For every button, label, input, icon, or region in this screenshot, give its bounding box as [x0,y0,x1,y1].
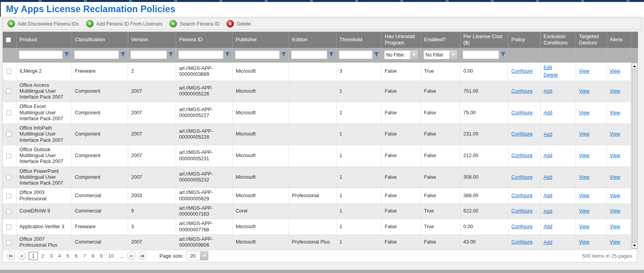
edition-filter-input[interactable] [291,51,327,59]
filter-funnel-icon[interactable] [281,51,286,59]
page-number-7[interactable]: 7 [80,252,88,260]
classification-filter-input[interactable] [74,51,119,59]
page-number-4[interactable]: 4 [55,252,64,260]
column-header-enabled[interactable]: Enabled? [421,32,460,48]
filter-funnel-icon[interactable] [120,51,125,59]
row-checkbox[interactable] [6,110,11,115]
page-number-6[interactable]: 6 [72,252,80,260]
view-alerts-link[interactable]: View [610,239,620,245]
view-targeted-devices-link[interactable]: View [579,239,590,245]
exclusion-add-link[interactable]: Add [544,208,572,215]
configure-policy-link[interactable]: Configure [512,153,533,159]
configure-policy-link[interactable]: Configure [512,88,533,94]
scroll-down-button[interactable] [632,242,638,249]
row-checkbox[interactable] [6,240,11,245]
view-targeted-devices-link[interactable]: View [579,208,590,214]
view-alerts-link[interactable]: View [610,193,620,199]
page-number-10[interactable]: 10 [105,252,116,260]
scroll-up-button[interactable] [632,63,638,69]
view-alerts-link[interactable]: View [610,153,620,159]
page-number-2[interactable]: 2 [39,252,47,260]
view-targeted-devices-link[interactable]: View [579,153,590,159]
view-alerts-link[interactable]: View [610,88,620,94]
column-header-classification[interactable]: Classification [72,32,128,48]
filter-funnel-icon[interactable] [168,51,173,59]
version-filter-input[interactable] [131,51,167,59]
configure-policy-link[interactable]: Configure [512,193,533,199]
filter-select-dropdown-button[interactable] [410,51,418,59]
column-header-alerts[interactable]: Alerts [606,32,631,48]
row-checkbox[interactable] [6,132,11,137]
add-flexera-id-from-licenses-button[interactable]: +Add Flexera ID From Licenses [85,20,168,27]
filter-funnel-icon[interactable] [500,51,506,59]
column-header-publisher[interactable]: Publisher [232,32,289,48]
column-header-threshold[interactable]: Threshold [336,32,381,48]
vertical-scrollbar[interactable] [631,62,638,249]
filter-funnel-icon[interactable] [374,51,379,59]
filter-select-dropdown-button[interactable] [449,51,457,59]
row-checkbox[interactable] [6,224,11,229]
column-header-edition[interactable]: Edition [289,32,336,48]
exclusion-add-link[interactable]: Add [544,131,572,138]
view-targeted-devices-link[interactable]: View [579,88,590,94]
view-targeted-devices-link[interactable]: View [579,224,590,230]
page-number-9[interactable]: 9 [97,252,105,260]
search-flexera-id-button[interactable]: +Search Flexera ID [168,20,225,27]
scrollbar-thumb[interactable] [632,70,638,242]
view-alerts-link[interactable]: View [610,68,620,74]
view-alerts-link[interactable]: View [610,110,620,116]
column-header-targeted-devices[interactable]: Targeted Devices [576,32,606,48]
view-targeted-devices-link[interactable]: View [579,174,590,180]
row-checkbox[interactable] [6,209,11,214]
page-number-1[interactable]: 1 [29,252,38,260]
per-license-cost-filter-input[interactable] [463,51,499,59]
view-alerts-link[interactable]: View [610,131,620,137]
exclusion-add-link[interactable]: Add [544,192,572,200]
product-filter-input[interactable] [19,51,63,59]
row-checkbox[interactable] [6,69,11,74]
page-ellipsis[interactable]: ... [117,253,127,259]
column-header-exclusion-conditions[interactable]: Exclusion Conditions [540,32,576,48]
view-targeted-devices-link[interactable]: View [579,68,590,74]
view-alerts-link[interactable]: View [610,208,620,214]
first-page-button[interactable]: ◂ [7,251,15,260]
exclusion-add-link[interactable]: Add [544,174,572,181]
column-header-has-uninstall-program[interactable]: Has Uninstall Program [381,32,421,48]
previous-page-button[interactable]: ◂ [17,251,26,260]
configure-policy-link[interactable]: Configure [512,131,533,137]
exclusion-add-link[interactable]: Add [544,109,572,117]
row-checkbox[interactable] [6,89,11,94]
add-discovered-flexera-ids-button[interactable]: +Add Discovered Flexera IDs [6,20,85,27]
page-number-3[interactable]: 3 [47,252,55,260]
row-checkbox[interactable] [6,175,11,180]
column-header-policy[interactable]: Policy [508,32,540,48]
row-checkbox[interactable] [6,193,11,198]
exclusion-edit-link[interactable]: Edit [544,64,572,71]
row-checkbox[interactable] [6,153,11,158]
page-number-5[interactable]: 5 [64,252,72,260]
configure-policy-link[interactable]: Configure [512,208,533,214]
select-all-checkbox[interactable] [6,37,11,42]
column-header-flexera-id[interactable]: Flexera ID [176,32,232,48]
configure-policy-link[interactable]: Configure [512,174,533,180]
exclusion-add-link[interactable]: Add [544,223,572,231]
exclusion-add-link[interactable]: Add [544,152,572,159]
page-number-8[interactable]: 8 [89,252,97,260]
exclusion-add-link[interactable]: Add [544,239,572,246]
column-header-product[interactable]: Product [16,32,72,48]
threshold-filter-input[interactable] [339,51,372,59]
next-page-button[interactable]: ▸ [127,251,136,260]
configure-policy-link[interactable]: Configure [512,68,533,74]
column-header-per-license-cost[interactable]: Per License Cost ($) [460,32,508,48]
view-alerts-link[interactable]: View [610,224,620,230]
publisher-filter-input[interactable] [235,51,280,59]
page-size-dropdown[interactable]: 20 [186,251,208,260]
exclusion-delete-link[interactable]: Delete [544,71,572,79]
last-page-button[interactable]: ▸ [138,251,146,260]
delete-button[interactable]: ×Delete [225,20,256,27]
configure-policy-link[interactable]: Configure [512,110,533,116]
view-targeted-devices-link[interactable]: View [579,131,590,137]
filter-funnel-icon[interactable] [329,51,334,59]
configure-policy-link[interactable]: Configure [512,239,533,245]
flexera-id-filter-input[interactable] [178,51,223,59]
